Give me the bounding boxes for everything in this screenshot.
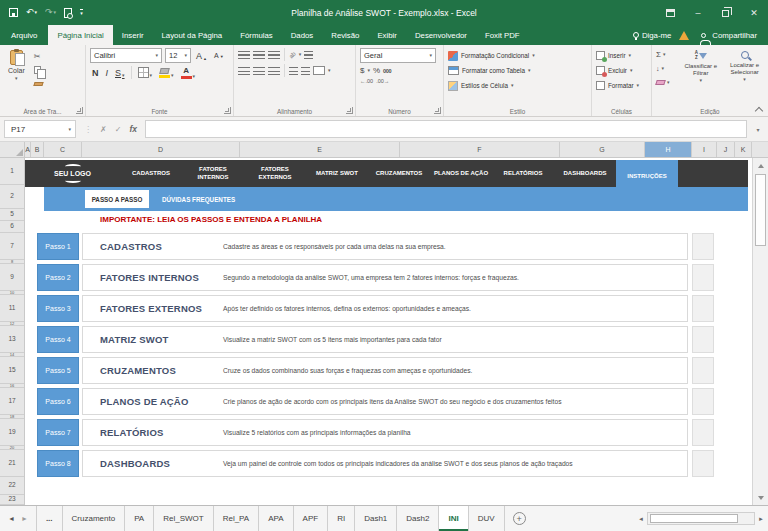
- scroll-left-button[interactable]: ◄: [638, 516, 644, 522]
- fill-color-button[interactable]: ▾: [157, 68, 176, 78]
- ribbon-display-options-button[interactable]: [656, 0, 684, 25]
- merge-center-button[interactable]: [313, 66, 325, 75]
- align-bottom-icon[interactable]: [268, 51, 280, 59]
- bold-button[interactable]: N: [90, 68, 101, 78]
- prev-sheet-button[interactable]: ◄: [8, 515, 15, 522]
- clear-button[interactable]: ▾: [656, 77, 677, 88]
- new-sheet-button[interactable]: +: [513, 512, 526, 525]
- row-header-6[interactable]: 6: [0, 221, 24, 233]
- column-header-h[interactable]: H: [645, 142, 692, 157]
- row-header-21[interactable]: 21: [0, 450, 24, 477]
- tab-duvidas-frequentes[interactable]: DÚVIDAS FREQUENTES: [162, 187, 235, 211]
- column-header-g[interactable]: G: [560, 142, 645, 157]
- conditional-formatting-button[interactable]: Formatação Condicional▾: [448, 48, 588, 63]
- percent-button[interactable]: %: [373, 66, 380, 75]
- formula-input[interactable]: [145, 120, 747, 138]
- format-as-table-button[interactable]: Formatar como Tabela▾: [448, 63, 588, 78]
- format-cells-button[interactable]: Formatar▾: [596, 78, 648, 93]
- find-select-button[interactable]: Localizar e Selecionar▾: [724, 48, 765, 88]
- enter-icon[interactable]: ✓: [115, 125, 122, 134]
- row-header-15[interactable]: 15: [0, 357, 24, 384]
- column-header-e[interactable]: E: [240, 142, 400, 157]
- minimize-button[interactable]: –: [684, 0, 712, 25]
- hscroll-thumb[interactable]: [650, 514, 738, 523]
- number-format-select[interactable]: Geral▾: [360, 48, 436, 63]
- sort-filter-button[interactable]: AZ Classificar e Filtrar▾: [680, 48, 721, 88]
- column-header-k[interactable]: K: [735, 142, 752, 157]
- increase-indent-button[interactable]: [301, 67, 310, 75]
- row-header-17[interactable]: 17: [0, 388, 24, 415]
- align-top-icon[interactable]: [238, 51, 250, 59]
- warning-icon[interactable]: [679, 31, 689, 40]
- ribbon-tab-revisao[interactable]: Revisão: [322, 25, 368, 45]
- cell-styles-button[interactable]: Estilos de Célula▾: [448, 78, 588, 93]
- ribbon-tab-dados[interactable]: Dados: [282, 25, 323, 45]
- nav-item-cruzamentos[interactable]: CRUZAMENTOS: [368, 160, 430, 187]
- fill-button[interactable]: ↓▾: [656, 63, 677, 74]
- paste-button[interactable]: Colar ▾: [4, 48, 29, 90]
- increase-decimal-button[interactable]: ←.00: [360, 78, 373, 84]
- decrease-decimal-button[interactable]: .00→: [376, 78, 389, 84]
- currency-button[interactable]: $: [360, 66, 364, 75]
- sheet-tab-pa[interactable]: PA: [125, 506, 154, 531]
- cut-button[interactable]: ✂: [34, 50, 46, 62]
- redo-button[interactable]: ↷▾: [45, 8, 56, 17]
- share-button[interactable]: Compartilhar: [697, 31, 761, 40]
- row-header-22[interactable]: 22: [0, 477, 24, 495]
- tab-passo-a-passo[interactable]: PASSO A PASSO: [85, 190, 149, 208]
- ribbon-tab-desenvolvedor[interactable]: Desenvolvedor: [406, 25, 476, 45]
- sheet-tab-ini[interactable]: INI: [439, 506, 468, 531]
- name-box[interactable]: P17▾: [4, 120, 76, 138]
- ribbon-tab-formulas[interactable]: Fórmulas: [231, 25, 282, 45]
- format-painter-button[interactable]: [34, 78, 46, 90]
- row-header-11[interactable]: 11: [0, 295, 24, 322]
- align-middle-icon[interactable]: [253, 51, 265, 59]
- nav-item-cadastros[interactable]: CADASTROS: [120, 160, 182, 187]
- ribbon-tab-exibir[interactable]: Exibir: [368, 25, 406, 45]
- font-family-select[interactable]: Calibri▾: [90, 48, 162, 63]
- dialog-launcher-icon[interactable]: [224, 107, 231, 114]
- sheet-tab-apf[interactable]: APF: [294, 506, 329, 531]
- nav-item-dashboards[interactable]: DASHBOARDS: [554, 160, 616, 187]
- align-left-icon[interactable]: [238, 67, 250, 75]
- shrink-font-button[interactable]: A▼: [212, 52, 226, 59]
- scroll-up-button[interactable]: [753, 158, 768, 173]
- insert-cells-button[interactable]: Inserir▾: [596, 48, 648, 63]
- nav-item-matriz-swot[interactable]: MATRIZ SWOT: [306, 160, 368, 187]
- align-center-icon[interactable]: [253, 67, 265, 75]
- row-header-13[interactable]: 13: [0, 326, 24, 353]
- collapse-ribbon-button[interactable]: [755, 105, 763, 113]
- row-header-7[interactable]: 7: [0, 233, 24, 260]
- orientation-button[interactable]: ab: [288, 50, 297, 59]
- sheet-tab-dash1[interactable]: Dash1: [355, 506, 397, 531]
- column-header-f[interactable]: F: [400, 142, 560, 157]
- column-header-i[interactable]: I: [692, 142, 717, 157]
- sheet-tab-ri[interactable]: RI: [328, 506, 355, 531]
- tell-me-button[interactable]: Diga-me: [633, 31, 671, 40]
- sheet-tab-ellipsis[interactable]: ...: [36, 506, 63, 531]
- insert-function-icon[interactable]: fx: [129, 124, 137, 134]
- autosum-button[interactable]: Σ▾: [656, 49, 677, 60]
- scroll-down-button[interactable]: [753, 490, 768, 505]
- column-header-j[interactable]: J: [717, 142, 735, 157]
- decrease-indent-button[interactable]: [289, 67, 298, 75]
- align-right-icon[interactable]: [268, 67, 280, 75]
- next-sheet-button[interactable]: ►: [21, 515, 28, 522]
- ribbon-tab-arquivo[interactable]: Arquivo: [0, 25, 48, 45]
- hscroll-track[interactable]: [647, 512, 755, 525]
- row-header-19[interactable]: 19: [0, 419, 24, 446]
- column-header-b[interactable]: B: [31, 142, 44, 157]
- delete-cells-button[interactable]: Excluir▾: [596, 63, 648, 78]
- print-preview-button[interactable]: [64, 8, 72, 18]
- sheet-tab-rel-pa[interactable]: Rel_PA: [214, 506, 260, 531]
- restore-button[interactable]: [712, 0, 740, 25]
- dialog-launcher-icon[interactable]: [434, 107, 441, 114]
- copy-button[interactable]: ▾: [34, 64, 46, 76]
- sheet-tab-cruzamento[interactable]: Cruzamento: [63, 506, 126, 531]
- scroll-right-button[interactable]: ►: [758, 516, 764, 522]
- underline-button[interactable]: S▾: [113, 68, 127, 78]
- nav-item-fatores-internos[interactable]: FATORES INTERNOS: [182, 160, 244, 187]
- ribbon-tab-foxit-pdf[interactable]: Foxit PDF: [476, 25, 529, 45]
- comma-style-button[interactable]: 000: [383, 68, 391, 74]
- ribbon-tab-pagina-inicial[interactable]: Página Inicial: [48, 25, 112, 45]
